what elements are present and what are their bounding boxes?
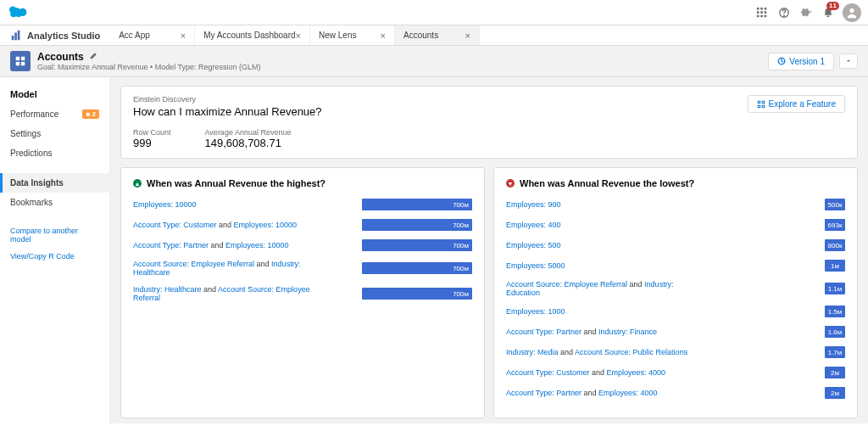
row-text: Industry: Healthcare and Account Source:… <box>133 285 330 302</box>
svg-rect-0 <box>757 7 760 9</box>
filter-link[interactable]: Account Source: Employee Referral <box>506 280 627 289</box>
content-wrap: Model Performance■ 2SettingsPredictions … <box>0 77 868 423</box>
filter-link[interactable]: Account Type: Partner <box>506 389 581 397</box>
filter-link[interactable]: Employees: 5000 <box>506 261 565 270</box>
sidebar-link[interactable]: View/Copy R Code <box>0 248 109 265</box>
connector-text: and <box>581 328 598 336</box>
app-launcher-icon[interactable] <box>754 5 770 20</box>
sidebar-item-data-insights[interactable]: Data Insights <box>0 173 109 193</box>
bar: 2м <box>825 367 845 378</box>
close-icon[interactable]: × <box>296 31 301 41</box>
insight-row: Account Type: Customer and Employees: 10… <box>133 219 472 231</box>
row-text: Employees: 1000 <box>506 307 703 316</box>
header-left <box>7 4 31 21</box>
filter-link[interactable]: Employees: 4000 <box>606 368 665 377</box>
filter-link[interactable]: Account Type: Partner <box>506 328 581 336</box>
bar-wrap: 700м <box>337 199 472 210</box>
bar-wrap: 1.6м <box>709 326 845 338</box>
close-icon[interactable]: × <box>381 31 386 41</box>
sidebar-badge: ■ 2 <box>82 109 99 119</box>
explore-label: Explore a Feature <box>769 99 837 109</box>
svg-rect-21 <box>762 101 765 104</box>
filter-link[interactable]: Account Type: Customer <box>506 368 589 377</box>
filter-link[interactable]: Employees: 500 <box>506 241 561 249</box>
lowest-card: ▼ When was Annual Revenue the lowest? Em… <box>493 167 858 418</box>
tab-0[interactable]: Acc App× <box>110 25 195 45</box>
svg-rect-13 <box>14 32 17 40</box>
svg-rect-5 <box>765 11 767 14</box>
header-right: 11 <box>754 3 861 22</box>
page-header: Accounts Goal: Maximize Annual Revenue •… <box>0 46 868 77</box>
user-avatar[interactable] <box>843 3 861 22</box>
insight-row: Account Type: Partner and Employees: 400… <box>506 387 845 399</box>
insight-cards-row: ▲ When was Annual Revenue the highest? E… <box>120 167 858 418</box>
bar: 800к <box>825 239 845 251</box>
tab-3[interactable]: Accounts× <box>395 25 480 45</box>
filter-link[interactable]: Employees: 4000 <box>598 389 658 397</box>
sidebar-label: Predictions <box>10 149 52 158</box>
bar-wrap: 700м <box>337 262 472 274</box>
close-icon[interactable]: × <box>181 31 186 41</box>
filter-link[interactable]: Industry: Media <box>506 348 559 356</box>
arrow-down-icon: ▼ <box>506 179 515 188</box>
page-title: Accounts <box>37 51 84 63</box>
filter-link[interactable]: Industry: Healthcare <box>133 285 202 294</box>
filter-link[interactable]: Account Type: Partner <box>133 241 209 249</box>
bar: 2м <box>825 387 845 399</box>
svg-rect-7 <box>760 14 763 17</box>
sidebar: Model Performance■ 2SettingsPredictions … <box>0 77 110 423</box>
tab-bar: Analytics Studio Acc App×My Accounts Das… <box>0 25 868 46</box>
row-text: Account Type: Partner and Employees: 400… <box>506 389 703 397</box>
salesforce-logo[interactable] <box>7 4 31 21</box>
filter-link[interactable]: Account Source: Employee Referral <box>133 260 254 268</box>
filter-link[interactable]: Employees: 900 <box>506 200 561 209</box>
tab-label: My Accounts Dashboard <box>203 31 295 40</box>
stat-value: 149,608,708.71 <box>205 137 292 149</box>
sidebar-item-settings[interactable]: Settings <box>0 124 109 143</box>
help-icon[interactable] <box>776 5 792 20</box>
insight-row: Employees: 900500к <box>506 199 845 210</box>
stat-label: Average Annual Revenue <box>205 128 292 137</box>
filter-link[interactable]: Employees: 1000 <box>506 307 565 316</box>
global-header: 11 <box>0 0 868 25</box>
sidebar-label: Data Insights <box>10 178 64 188</box>
notifications-icon[interactable]: 11 <box>821 5 836 20</box>
sidebar-item-bookmarks[interactable]: Bookmarks <box>0 193 109 212</box>
question-card: Einstein Discovery How can I maximize An… <box>120 86 858 159</box>
app-name-tab[interactable]: Analytics Studio <box>0 25 110 45</box>
filter-link[interactable]: Account Source: Public Relations <box>575 348 687 356</box>
setup-icon[interactable] <box>798 5 814 20</box>
stat: Row Count999 <box>133 128 171 149</box>
svg-rect-1 <box>760 7 763 9</box>
insight-row: Account Type: Customer and Employees: 40… <box>506 367 845 378</box>
sidebar-link[interactable]: Compare to another model <box>0 222 109 248</box>
version-dropdown-button[interactable] <box>839 53 858 69</box>
filter-link[interactable]: Employees: 10000 <box>233 221 297 229</box>
filter-link[interactable]: Account Type: Customer <box>133 221 216 229</box>
bar: 1м <box>825 260 845 272</box>
tab-2[interactable]: New Lens× <box>310 25 395 45</box>
svg-point-11 <box>849 8 854 12</box>
filter-link[interactable]: Employees: 10000 <box>133 200 197 209</box>
bar-wrap: 693к <box>709 219 845 231</box>
tabs-container: Acc App×My Accounts Dashboard×New Lens×A… <box>110 25 480 45</box>
filter-link[interactable]: Employees: 400 <box>506 221 561 229</box>
sidebar-item-performance[interactable]: Performance■ 2 <box>0 104 109 124</box>
insight-row: Account Source: Employee Referral and In… <box>133 260 472 277</box>
explore-feature-button[interactable]: Explore a Feature <box>748 95 846 113</box>
filter-link[interactable]: Industry: Finance <box>598 328 657 336</box>
tab-1[interactable]: My Accounts Dashboard× <box>195 25 310 45</box>
close-icon[interactable]: × <box>465 31 470 41</box>
filter-link[interactable]: Employees: 10000 <box>225 241 289 249</box>
svg-rect-6 <box>757 14 760 17</box>
version-button[interactable]: Version 1 <box>768 53 834 70</box>
sidebar-item-predictions[interactable]: Predictions <box>0 143 109 163</box>
bar-wrap: 1.7м <box>709 346 845 358</box>
svg-rect-16 <box>21 57 25 60</box>
lowest-title: When was Annual Revenue the lowest? <box>520 178 694 188</box>
edit-icon[interactable] <box>89 51 97 63</box>
bar-wrap: 700м <box>337 219 472 231</box>
connector-text: and <box>581 389 598 397</box>
page-header-left: Accounts Goal: Maximize Annual Revenue •… <box>10 51 261 71</box>
main-content: Einstein Discovery How can I maximize An… <box>110 77 868 423</box>
